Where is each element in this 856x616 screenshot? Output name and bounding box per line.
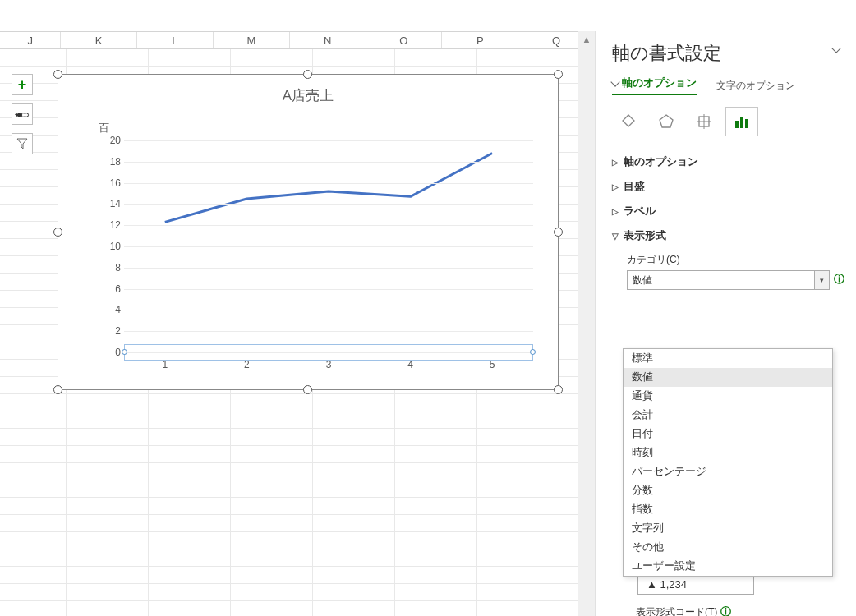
dropdown-item[interactable]: ユーザー設定 (624, 557, 832, 576)
section-labels[interactable]: ▷ラベル (612, 199, 844, 223)
dropdown-item[interactable]: 指数 (624, 500, 832, 519)
col-K[interactable]: K (61, 32, 137, 48)
info-icon[interactable]: ⓘ (720, 606, 732, 616)
resize-handle[interactable] (303, 70, 312, 79)
category-label: カテゴリ(C) (627, 253, 844, 267)
resize-handle[interactable] (53, 385, 62, 394)
category-dropdown[interactable]: 標準数値通貨会計日付時刻パーセンテージ分数指数文字列その他ユーザー設定 (623, 348, 833, 577)
brush-icon: 🖌 (13, 105, 32, 124)
chart-add-button[interactable]: + (12, 74, 33, 95)
funnel-icon (16, 138, 28, 149)
paint-icon (619, 113, 637, 131)
dropdown-item[interactable]: 文字列 (624, 519, 832, 538)
chart-filter-button[interactable] (12, 133, 33, 154)
chart-object[interactable]: A店売上 百 02468101214161820 12345 (58, 74, 559, 390)
bar-chart-icon (733, 113, 751, 130)
col-O[interactable]: O (366, 32, 443, 48)
resize-handle[interactable] (53, 228, 62, 237)
combo-arrow-icon: ▾ (814, 271, 829, 289)
dropdown-item[interactable]: 日付 (624, 425, 832, 444)
section-ticks[interactable]: ▷目盛 (612, 174, 844, 199)
chevron-down-icon (612, 81, 619, 85)
svg-rect-3 (745, 119, 748, 128)
resize-handle[interactable] (554, 385, 563, 394)
resize-handle[interactable] (303, 385, 312, 394)
dropdown-item[interactable]: 分数 (624, 481, 832, 500)
col-J[interactable]: J (0, 32, 61, 48)
panel-title: 軸の書式設定 (612, 41, 721, 66)
chart-buttons: + 🖌 (12, 74, 36, 163)
svg-rect-2 (740, 117, 743, 128)
scroll-up-button[interactable]: ▲ (578, 31, 595, 48)
column-headers: J K L M N O P Q (0, 31, 595, 49)
plot-area[interactable]: 02468101214161820 12345 (124, 140, 533, 352)
info-icon[interactable]: ⓘ (833, 274, 844, 285)
dropdown-item[interactable]: その他 (624, 538, 832, 557)
axis-options-tab[interactable] (725, 107, 758, 136)
chart-style-button[interactable]: 🖌 (12, 103, 33, 125)
col-L[interactable]: L (137, 32, 214, 48)
resize-handle[interactable] (53, 70, 62, 79)
dropdown-item[interactable]: 標準 (624, 349, 832, 368)
col-P[interactable]: P (442, 32, 518, 48)
svg-rect-1 (735, 121, 739, 128)
fill-line-tab[interactable] (612, 107, 645, 136)
dropdown-item[interactable]: 通貨 (624, 387, 832, 406)
dropdown-item[interactable]: 数値 (624, 368, 832, 387)
resize-handle[interactable] (554, 228, 563, 237)
dropdown-item[interactable]: パーセンテージ (624, 462, 832, 481)
y-unit-label: 百 (99, 121, 109, 136)
category-combo[interactable]: 数値 ▾ (627, 270, 830, 290)
format-code-label: 表示形式コード(T) ⓘ (636, 603, 732, 616)
dropdown-item[interactable]: 会計 (624, 406, 832, 425)
x-axis-selection[interactable] (124, 344, 533, 361)
tab-label: 軸のオプション (622, 76, 697, 90)
effects-tab[interactable] (650, 107, 683, 136)
collapse-icon[interactable] (833, 48, 844, 59)
plus-icon: + (18, 76, 27, 94)
dropdown-item[interactable]: 時刻 (624, 444, 832, 462)
col-N[interactable]: N (290, 32, 366, 48)
size-icon (695, 113, 713, 131)
pentagon-icon (657, 113, 675, 131)
panel-icon-tabs (612, 107, 844, 136)
size-tab[interactable] (688, 107, 720, 136)
chart-title[interactable]: A店売上 (58, 86, 558, 105)
spreadsheet-grid[interactable]: J K L M N O P Q + 🖌 A店売上 百 02468101214 (0, 0, 595, 616)
section-number-format[interactable]: ▽表示形式 (612, 223, 844, 248)
resize-handle[interactable] (554, 70, 563, 79)
tab-axis-options[interactable]: 軸のオプション (612, 76, 697, 95)
section-axis-options[interactable]: ▷軸のオプション (612, 149, 844, 174)
tab-text-options[interactable]: 文字のオプション (716, 79, 795, 93)
combo-value: 数値 (633, 274, 652, 287)
vertical-scrollbar[interactable]: ▲ (578, 31, 595, 616)
col-M[interactable]: M (214, 32, 290, 48)
